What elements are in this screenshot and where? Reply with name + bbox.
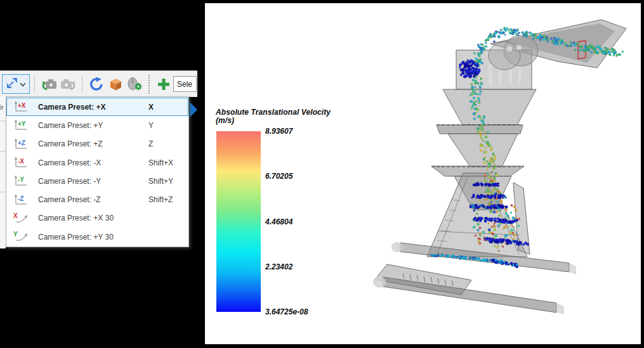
clipped-text-fragment: ir [0, 104, 4, 111]
axis-preset-icon: Y [13, 230, 38, 243]
camera-forward-icon [60, 77, 77, 91]
viewport-3d[interactable]: Absolute Translational Velocity (m/s) 8.… [205, 3, 641, 344]
legend-tick: 8.93607 [265, 127, 335, 136]
menu-item-shortcut: Shift+Y [148, 177, 188, 186]
menu-item[interactable]: +X Camera Preset: +XX [6, 98, 188, 116]
window-fragment-strip: ir [0, 96, 6, 248]
axis-preset-icon: +Z [13, 138, 38, 151]
toolbar-separator [82, 75, 82, 93]
menu-item-label: Camera Preset: +Z [38, 139, 148, 148]
menu-item[interactable]: -Z Camera Preset: -ZShift+Z [6, 190, 188, 209]
rotate-view-button[interactable] [87, 75, 106, 94]
menu-item-shortcut: X [148, 103, 188, 112]
camera-back-icon [41, 77, 58, 91]
axis-preset-icon: X [13, 212, 38, 225]
chevron-down-icon [20, 79, 26, 89]
axis-preset-icon: +X [13, 100, 38, 113]
toolbar-separator-dotted [148, 75, 150, 94]
cube-icon [108, 77, 124, 92]
previous-view-button[interactable] [39, 75, 58, 94]
menu-item-shortcut: Shift+Z [148, 195, 188, 204]
axis-preset-icon: -Z [13, 193, 38, 207]
svg-text:-Y: -Y [18, 176, 24, 183]
legend-tick: 6.70205 [265, 172, 335, 181]
rotate-icon [89, 77, 105, 91]
axis-preset-icon: -X [13, 156, 38, 169]
camera-preset-button[interactable] [2, 74, 30, 94]
svg-text:+X: +X [18, 102, 26, 109]
next-view-button[interactable] [58, 75, 77, 94]
menu-item-label: Camera Preset: +Y [38, 121, 148, 130]
camera-preset-icon [6, 77, 18, 91]
legend-colorbar [216, 131, 261, 312]
axis-preset-icon: +Y [13, 119, 38, 132]
mouse-settings-button[interactable] [125, 75, 144, 94]
menu-item-label: Camera Preset: -Y [38, 177, 148, 186]
menu-item-shortcut: Shift+X [148, 158, 188, 167]
play-icon[interactable] [190, 102, 197, 117]
camera-preset-menu: +X Camera Preset: +XX +Y Camera Preset: … [6, 96, 189, 247]
menu-item-label: Camera Preset: +Y 30 [38, 233, 148, 242]
legend-title-unit: (m/s) [216, 117, 331, 125]
menu-item-shortcut: Z [148, 139, 188, 148]
menu-item-label: Camera Preset: -X [38, 158, 148, 167]
menu-item[interactable]: +Z Camera Preset: +ZZ [6, 135, 188, 153]
add-button[interactable] [154, 75, 173, 94]
legend-tick: 2.23402 [265, 262, 335, 271]
legend-title: Absolute Translational Velocity (m/s) [216, 108, 331, 125]
toolbar-separator [34, 75, 35, 93]
mouse-gear-icon [126, 77, 143, 91]
svg-text:-X: -X [18, 158, 24, 165]
menu-item[interactable]: +Y Camera Preset: +YY [6, 116, 188, 134]
svg-text:Y: Y [13, 231, 18, 238]
menu-item[interactable]: Y Camera Preset: +Y 30 [6, 228, 188, 246]
projection-cube-button[interactable] [106, 75, 125, 94]
menu-item-label: Camera Preset: -Z [38, 195, 148, 204]
menu-item[interactable]: -Y Camera Preset: -YShift+Y [6, 172, 188, 190]
svg-text:+Y: +Y [18, 120, 26, 127]
select-dropdown[interactable]: Sele [173, 76, 197, 92]
menu-item[interactable]: X Camera Preset: +X 30 [6, 209, 188, 228]
menu-item-label: Camera Preset: +X 30 [38, 214, 148, 222]
axis-preset-icon: -Y [13, 174, 38, 188]
screen: { "toolbar": { "select_label": "Sele", "… [0, 0, 644, 348]
svg-text:X: X [13, 212, 18, 219]
svg-text:-Z: -Z [18, 195, 23, 202]
menu-item[interactable]: -X Camera Preset: -XShift+X [6, 153, 188, 172]
legend-tick: 3.64725e-08 [265, 307, 335, 316]
plus-icon [157, 77, 171, 91]
toolbar: Sele [0, 70, 197, 97]
svg-text:+Z: +Z [18, 139, 25, 146]
menu-item-label: Camera Preset: +X [38, 103, 148, 112]
menu-item-shortcut: Y [148, 121, 188, 130]
legend-tick: 4.46804 [265, 217, 335, 226]
